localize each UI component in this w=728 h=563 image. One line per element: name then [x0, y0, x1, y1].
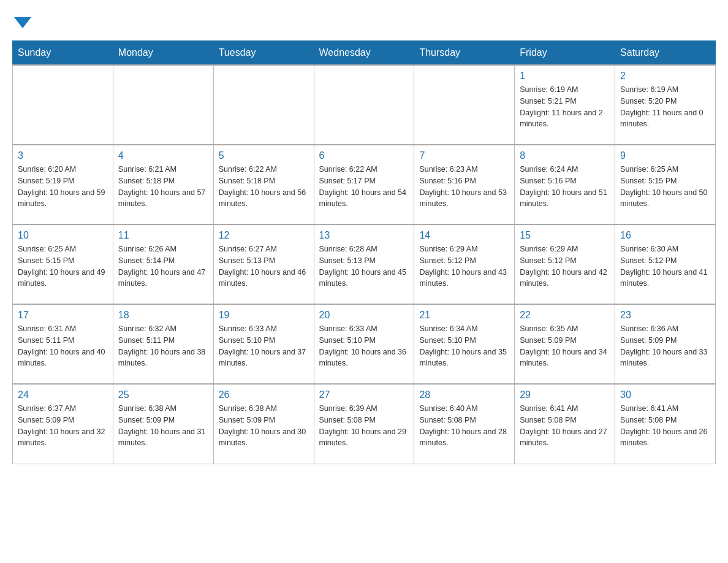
- calendar-cell: [414, 65, 515, 145]
- day-info: Sunrise: 6:29 AMSunset: 5:12 PMDaylight:…: [419, 243, 509, 289]
- logo: [12, 12, 31, 28]
- calendar-cell: 28Sunrise: 6:40 AMSunset: 5:08 PMDayligh…: [414, 384, 515, 464]
- day-info: Sunrise: 6:38 AMSunset: 5:09 PMDaylight:…: [219, 403, 309, 449]
- day-number: 29: [520, 389, 610, 400]
- week-row-1: 1Sunrise: 6:19 AMSunset: 5:21 PMDaylight…: [13, 65, 716, 145]
- day-number: 26: [219, 389, 309, 400]
- calendar-cell: [213, 65, 314, 145]
- day-info: Sunrise: 6:29 AMSunset: 5:12 PMDaylight:…: [520, 243, 610, 289]
- day-number: 18: [118, 310, 208, 321]
- day-number: 12: [219, 230, 309, 241]
- day-number: 11: [118, 230, 208, 241]
- day-number: 24: [18, 389, 108, 400]
- calendar-cell: 30Sunrise: 6:41 AMSunset: 5:08 PMDayligh…: [615, 384, 716, 464]
- day-number: 6: [319, 150, 409, 161]
- calendar-cell: [113, 65, 213, 145]
- day-number: 15: [520, 230, 610, 241]
- day-number: 5: [219, 150, 309, 161]
- calendar-cell: 14Sunrise: 6:29 AMSunset: 5:12 PMDayligh…: [414, 224, 515, 304]
- day-info: Sunrise: 6:20 AMSunset: 5:19 PMDaylight:…: [18, 164, 108, 210]
- calendar-cell: 9Sunrise: 6:25 AMSunset: 5:15 PMDaylight…: [615, 145, 716, 224]
- day-info: Sunrise: 6:22 AMSunset: 5:17 PMDaylight:…: [319, 164, 409, 210]
- day-info: Sunrise: 6:31 AMSunset: 5:11 PMDaylight:…: [18, 323, 108, 369]
- day-number: 9: [620, 150, 710, 161]
- day-info: Sunrise: 6:24 AMSunset: 5:16 PMDaylight:…: [520, 164, 610, 210]
- day-number: 17: [18, 310, 108, 321]
- calendar-cell: 29Sunrise: 6:41 AMSunset: 5:08 PMDayligh…: [515, 384, 615, 464]
- calendar-cell: 6Sunrise: 6:22 AMSunset: 5:17 PMDaylight…: [314, 145, 414, 224]
- calendar-cell: 2Sunrise: 6:19 AMSunset: 5:20 PMDaylight…: [615, 65, 716, 145]
- weekday-header-wednesday: Wednesday: [314, 41, 414, 66]
- weekday-header-row: SundayMondayTuesdayWednesdayThursdayFrid…: [13, 41, 716, 66]
- day-info: Sunrise: 6:36 AMSunset: 5:09 PMDaylight:…: [620, 323, 710, 369]
- calendar-cell: 18Sunrise: 6:32 AMSunset: 5:11 PMDayligh…: [113, 304, 213, 384]
- day-info: Sunrise: 6:34 AMSunset: 5:10 PMDaylight:…: [419, 323, 509, 369]
- weekday-header-thursday: Thursday: [414, 41, 515, 66]
- week-row-4: 17Sunrise: 6:31 AMSunset: 5:11 PMDayligh…: [13, 304, 716, 384]
- calendar-cell: 22Sunrise: 6:35 AMSunset: 5:09 PMDayligh…: [515, 304, 615, 384]
- day-number: 14: [419, 230, 509, 241]
- calendar-cell: 11Sunrise: 6:26 AMSunset: 5:14 PMDayligh…: [113, 224, 213, 304]
- calendar-cell: 8Sunrise: 6:24 AMSunset: 5:16 PMDaylight…: [515, 145, 615, 224]
- calendar-cell: 23Sunrise: 6:36 AMSunset: 5:09 PMDayligh…: [615, 304, 716, 384]
- day-number: 4: [118, 150, 208, 161]
- weekday-header-saturday: Saturday: [615, 41, 716, 66]
- calendar-cell: [13, 65, 113, 145]
- calendar-cell: 5Sunrise: 6:22 AMSunset: 5:18 PMDaylight…: [213, 145, 314, 224]
- day-info: Sunrise: 6:35 AMSunset: 5:09 PMDaylight:…: [520, 323, 610, 369]
- day-info: Sunrise: 6:41 AMSunset: 5:08 PMDaylight:…: [520, 403, 610, 449]
- calendar-cell: 15Sunrise: 6:29 AMSunset: 5:12 PMDayligh…: [515, 224, 615, 304]
- day-number: 25: [118, 389, 208, 400]
- calendar-cell: 3Sunrise: 6:20 AMSunset: 5:19 PMDaylight…: [13, 145, 113, 224]
- calendar-cell: 7Sunrise: 6:23 AMSunset: 5:16 PMDaylight…: [414, 145, 515, 224]
- day-number: 7: [419, 150, 509, 161]
- day-info: Sunrise: 6:30 AMSunset: 5:12 PMDaylight:…: [620, 243, 710, 289]
- day-number: 27: [319, 389, 409, 400]
- calendar-cell: 12Sunrise: 6:27 AMSunset: 5:13 PMDayligh…: [213, 224, 314, 304]
- day-info: Sunrise: 6:41 AMSunset: 5:08 PMDaylight:…: [620, 403, 710, 449]
- day-info: Sunrise: 6:19 AMSunset: 5:20 PMDaylight:…: [620, 84, 710, 130]
- calendar-cell: 4Sunrise: 6:21 AMSunset: 5:18 PMDaylight…: [113, 145, 213, 224]
- week-row-2: 3Sunrise: 6:20 AMSunset: 5:19 PMDaylight…: [13, 145, 716, 224]
- day-number: 20: [319, 310, 409, 321]
- day-info: Sunrise: 6:38 AMSunset: 5:09 PMDaylight:…: [118, 403, 208, 449]
- page-header: [12, 12, 716, 28]
- day-number: 1: [520, 71, 610, 82]
- weekday-header-tuesday: Tuesday: [213, 41, 314, 66]
- day-info: Sunrise: 6:27 AMSunset: 5:13 PMDaylight:…: [219, 243, 309, 289]
- day-info: Sunrise: 6:40 AMSunset: 5:08 PMDaylight:…: [419, 403, 509, 449]
- calendar-cell: 27Sunrise: 6:39 AMSunset: 5:08 PMDayligh…: [314, 384, 414, 464]
- day-number: 3: [18, 150, 108, 161]
- day-info: Sunrise: 6:26 AMSunset: 5:14 PMDaylight:…: [118, 243, 208, 289]
- day-info: Sunrise: 6:21 AMSunset: 5:18 PMDaylight:…: [118, 164, 208, 210]
- day-info: Sunrise: 6:19 AMSunset: 5:21 PMDaylight:…: [520, 84, 610, 130]
- calendar-cell: 21Sunrise: 6:34 AMSunset: 5:10 PMDayligh…: [414, 304, 515, 384]
- day-number: 13: [319, 230, 409, 241]
- day-info: Sunrise: 6:33 AMSunset: 5:10 PMDaylight:…: [219, 323, 309, 369]
- week-row-5: 24Sunrise: 6:37 AMSunset: 5:09 PMDayligh…: [13, 384, 716, 464]
- day-number: 10: [18, 230, 108, 241]
- day-info: Sunrise: 6:25 AMSunset: 5:15 PMDaylight:…: [620, 164, 710, 210]
- weekday-header-sunday: Sunday: [13, 41, 113, 66]
- calendar-cell: 24Sunrise: 6:37 AMSunset: 5:09 PMDayligh…: [13, 384, 113, 464]
- day-info: Sunrise: 6:33 AMSunset: 5:10 PMDaylight:…: [319, 323, 409, 369]
- day-number: 16: [620, 230, 710, 241]
- day-info: Sunrise: 6:37 AMSunset: 5:09 PMDaylight:…: [18, 403, 108, 449]
- calendar-cell: 1Sunrise: 6:19 AMSunset: 5:21 PMDaylight…: [515, 65, 615, 145]
- day-number: 30: [620, 389, 710, 400]
- day-number: 19: [219, 310, 309, 321]
- day-number: 23: [620, 310, 710, 321]
- calendar-cell: 17Sunrise: 6:31 AMSunset: 5:11 PMDayligh…: [13, 304, 113, 384]
- calendar-cell: [314, 65, 414, 145]
- weekday-header-monday: Monday: [113, 41, 213, 66]
- calendar-cell: 10Sunrise: 6:25 AMSunset: 5:15 PMDayligh…: [13, 224, 113, 304]
- week-row-3: 10Sunrise: 6:25 AMSunset: 5:15 PMDayligh…: [13, 224, 716, 304]
- day-info: Sunrise: 6:28 AMSunset: 5:13 PMDaylight:…: [319, 243, 409, 289]
- day-number: 21: [419, 310, 509, 321]
- day-info: Sunrise: 6:39 AMSunset: 5:08 PMDaylight:…: [319, 403, 409, 449]
- day-number: 28: [419, 389, 509, 400]
- day-info: Sunrise: 6:22 AMSunset: 5:18 PMDaylight:…: [219, 164, 309, 210]
- calendar-cell: 19Sunrise: 6:33 AMSunset: 5:10 PMDayligh…: [213, 304, 314, 384]
- calendar-cell: 13Sunrise: 6:28 AMSunset: 5:13 PMDayligh…: [314, 224, 414, 304]
- day-info: Sunrise: 6:23 AMSunset: 5:16 PMDaylight:…: [419, 164, 509, 210]
